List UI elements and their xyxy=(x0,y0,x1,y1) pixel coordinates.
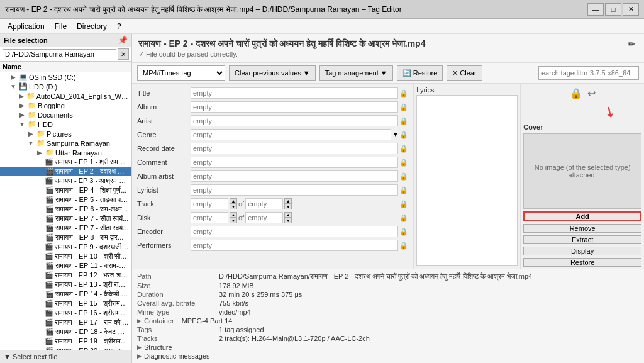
tree-item[interactable]: 🎬रामायण - EP 4 - शिक्षा पूर्ण... xyxy=(0,186,131,195)
tree-item[interactable]: 🎬रामायण - EP 5 - ताड़का वध... xyxy=(0,195,131,204)
tree-item[interactable]: 🎬रामायण - EP 11 - बाराम-वि... xyxy=(0,261,131,271)
tree-item[interactable]: ▶📁Pictures xyxy=(0,129,131,138)
genre-dropdown-btn[interactable]: ▼ xyxy=(392,131,398,138)
tree-expand-arrow[interactable]: ▼ xyxy=(9,83,18,90)
tree-item[interactable]: ▼📁Sampurna Ramayan xyxy=(0,138,131,148)
field-input[interactable] xyxy=(191,87,398,99)
tree-expand-arrow[interactable]: ▶ xyxy=(18,102,26,109)
diagnostic-section[interactable]: ▶ Diagnostic messages xyxy=(137,352,639,360)
tree-item[interactable]: 🎬रामायण - EP 9 - दशरथजी दे... xyxy=(0,242,131,252)
field-input[interactable] xyxy=(191,115,398,126)
tree-item[interactable]: ▶📁AutoCAD_2014_English_Win_64b... xyxy=(0,91,131,101)
undo-icon[interactable]: ↩ xyxy=(587,87,596,99)
tree-item[interactable]: 🎬रामायण - EP 7 - सीता स्वयं... xyxy=(0,223,131,233)
path-clear-btn[interactable]: ✕ xyxy=(118,48,129,60)
tree-item[interactable]: 🎬रामायण - EP 18 - केवट का... xyxy=(0,327,131,337)
track-total-stepper[interactable]: ▲▼ xyxy=(284,212,292,223)
field-lock-icon[interactable]: 🔒 xyxy=(399,186,408,194)
tree-item[interactable]: 🎬रामायण - EP 13 - श्री राम के... xyxy=(0,280,131,289)
menu-directory[interactable]: Directory xyxy=(72,21,112,32)
tree-expand-arrow[interactable]: ▼ xyxy=(18,121,26,128)
tree-expand-arrow[interactable]: ▶ xyxy=(18,111,26,118)
field-lock-icon[interactable]: 🔒 xyxy=(399,117,408,125)
container-section[interactable]: ▶ Container MPEG-4 Part 14 xyxy=(137,316,639,325)
sidebar-footer[interactable]: ▼ Select next file xyxy=(0,350,131,363)
tree-item[interactable]: ▶💻OS in SSD (C:) xyxy=(0,72,131,82)
lock-icon[interactable]: 🔒 xyxy=(570,87,582,99)
tag-management-btn[interactable]: Tag management ▼ xyxy=(319,65,393,81)
tree-item[interactable]: 🎬रामायण - EP 10 - श्री सीता-... xyxy=(0,252,131,261)
tree-item[interactable]: 🎬रामायण - EP 16 - श्रीराम-सी... xyxy=(0,308,131,318)
field-lock-icon[interactable]: 🔒 xyxy=(399,131,408,139)
minimize-button[interactable]: — xyxy=(587,3,604,16)
field-input[interactable] xyxy=(191,240,398,251)
track-step-up[interactable]: ▲ xyxy=(230,212,237,218)
cover-add-btn[interactable]: Add xyxy=(523,211,641,221)
track-total-step-down[interactable]: ▼ xyxy=(284,218,292,223)
field-lock-icon[interactable]: 🔒 xyxy=(399,159,408,167)
structure-section[interactable]: ▶ Structure xyxy=(137,343,639,352)
track-total-stepper[interactable]: ▲▼ xyxy=(284,198,292,209)
menu-help[interactable]: ? xyxy=(112,21,126,32)
clear-previous-btn[interactable]: Clear previous values ▼ xyxy=(229,65,316,81)
menu-file[interactable]: File xyxy=(50,21,72,32)
menu-application[interactable]: Application xyxy=(3,21,50,32)
search-input[interactable] xyxy=(538,66,639,80)
cover-display-btn[interactable]: Display xyxy=(523,247,641,255)
close-button[interactable]: ✕ xyxy=(623,3,639,16)
track-step-up[interactable]: ▲ xyxy=(230,198,237,204)
field-input[interactable] xyxy=(191,226,398,237)
field-lock-icon[interactable]: 🔒 xyxy=(399,145,408,153)
edit-title-icon[interactable]: ✏ xyxy=(625,38,638,50)
file-path-input[interactable] xyxy=(3,49,116,59)
select-next-file-btn[interactable]: ▼ Select next file xyxy=(4,353,57,360)
field-input[interactable] xyxy=(191,143,398,154)
track-number-input[interactable] xyxy=(191,212,228,223)
tree-expand-arrow[interactable]: ▼ xyxy=(26,140,35,147)
field-lock-icon[interactable]: 🔒 xyxy=(399,214,408,222)
tree-expand-arrow[interactable]: ▶ xyxy=(35,149,44,156)
lyrics-textarea[interactable] xyxy=(416,95,518,266)
cover-remove-btn[interactable]: Remove xyxy=(523,224,641,233)
cover-restore-btn[interactable]: Restore xyxy=(523,258,641,267)
tree-item[interactable]: 🎬रामायण - EP 3 - आश्रम में स... xyxy=(0,176,131,186)
track-number-input[interactable] xyxy=(191,198,228,209)
sidebar-pin-icon[interactable]: 📌 xyxy=(118,36,128,45)
track-total-step-up[interactable]: ▲ xyxy=(284,212,292,218)
tree-item[interactable]: 🎬रामायण - EP 6 - राम-लक्ष्म... xyxy=(0,204,131,214)
track-stepper[interactable]: ▲▼ xyxy=(230,212,237,223)
tree-item[interactable]: ▼📁HDD xyxy=(0,120,131,129)
field-lock-icon[interactable]: 🔒 xyxy=(399,242,408,250)
tree-item[interactable]: ▶📁Uttar Ramayan xyxy=(0,148,131,157)
track-step-down[interactable]: ▼ xyxy=(230,204,237,209)
track-total-step-up[interactable]: ▲ xyxy=(284,198,292,204)
tree-item[interactable]: 🎬रामायण - EP 7 - सीता स्वयं... xyxy=(0,214,131,223)
track-stepper[interactable]: ▲▼ xyxy=(230,198,237,209)
field-input[interactable] xyxy=(191,157,398,168)
field-lock-icon[interactable]: 🔒 xyxy=(399,228,408,236)
tree-item[interactable]: 🎬रामायण - EP 2 - दशरथ अप... xyxy=(0,167,131,176)
field-lock-icon[interactable]: 🔒 xyxy=(399,172,408,181)
tree-item[interactable]: 🎬रामायण - EP 8 - राम द्वार... xyxy=(0,233,131,242)
tree-item[interactable]: 🎬रामायण - EP 17 - राम को श... xyxy=(0,318,131,327)
tree-item[interactable]: 🎬रामायण - EP 15 - श्रीराम-क... xyxy=(0,299,131,308)
field-lock-icon[interactable]: 🔒 xyxy=(399,200,408,208)
tree-expand-arrow[interactable]: ▶ xyxy=(18,92,25,99)
tree-item[interactable]: ▼💾HDD (D:) xyxy=(0,82,131,91)
restore-btn[interactable]: 🔄 Restore xyxy=(397,65,443,81)
cover-extract-btn[interactable]: Extract xyxy=(523,235,641,244)
field-input[interactable] xyxy=(191,170,398,182)
track-total-input[interactable] xyxy=(245,212,283,223)
clear-btn[interactable]: ✕ Clear xyxy=(447,65,482,81)
field-lock-icon[interactable]: 🔒 xyxy=(399,103,408,111)
tree-item[interactable]: 🎬रामायण - EP 12 - भरत-शत्रु... xyxy=(0,271,131,280)
tree-expand-arrow[interactable]: ▶ xyxy=(9,74,18,81)
track-total-step-down[interactable]: ▼ xyxy=(284,204,292,209)
track-step-down[interactable]: ▼ xyxy=(230,218,237,223)
tree-expand-arrow[interactable]: ▶ xyxy=(26,130,35,137)
maximize-button[interactable]: □ xyxy=(605,3,621,16)
field-lock-icon[interactable]: 🔒 xyxy=(399,89,408,98)
tree-item[interactable]: ▶📁Blogging xyxy=(0,101,131,110)
field-input[interactable] xyxy=(191,101,398,113)
tree-item[interactable]: ▶📁Documents xyxy=(0,110,131,120)
